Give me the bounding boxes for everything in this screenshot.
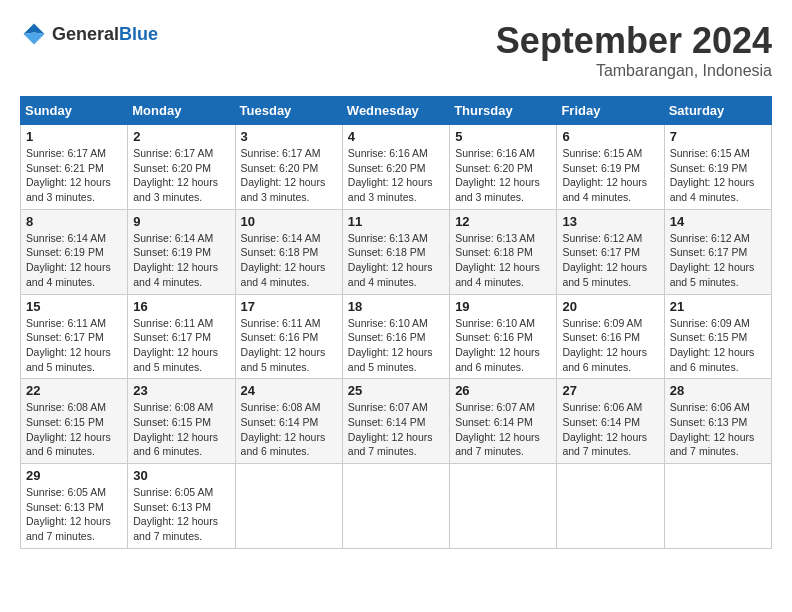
calendar-day-cell: 11 Sunrise: 6:13 AM Sunset: 6:18 PM Dayl… [342, 209, 449, 294]
calendar-day-cell: 14 Sunrise: 6:12 AM Sunset: 6:17 PM Dayl… [664, 209, 771, 294]
day-number: 13 [562, 214, 658, 229]
calendar-day-cell: 29 Sunrise: 6:05 AM Sunset: 6:13 PM Dayl… [21, 464, 128, 549]
day-number: 25 [348, 383, 444, 398]
calendar-empty-cell [664, 464, 771, 549]
day-info: Sunrise: 6:13 AM Sunset: 6:18 PM Dayligh… [455, 231, 551, 290]
day-number: 11 [348, 214, 444, 229]
day-info: Sunrise: 6:15 AM Sunset: 6:19 PM Dayligh… [562, 146, 658, 205]
calendar-day-cell: 20 Sunrise: 6:09 AM Sunset: 6:16 PM Dayl… [557, 294, 664, 379]
weekday-header: Tuesday [235, 97, 342, 125]
calendar-day-cell: 8 Sunrise: 6:14 AM Sunset: 6:19 PM Dayli… [21, 209, 128, 294]
svg-marker-0 [24, 24, 45, 35]
calendar-day-cell: 17 Sunrise: 6:11 AM Sunset: 6:16 PM Dayl… [235, 294, 342, 379]
day-number: 6 [562, 129, 658, 144]
day-info: Sunrise: 6:09 AM Sunset: 6:15 PM Dayligh… [670, 316, 766, 375]
calendar-day-cell: 22 Sunrise: 6:08 AM Sunset: 6:15 PM Dayl… [21, 379, 128, 464]
calendar-day-cell: 6 Sunrise: 6:15 AM Sunset: 6:19 PM Dayli… [557, 125, 664, 210]
day-info: Sunrise: 6:10 AM Sunset: 6:16 PM Dayligh… [348, 316, 444, 375]
day-info: Sunrise: 6:08 AM Sunset: 6:15 PM Dayligh… [133, 400, 229, 459]
logo: GeneralBlue [20, 20, 158, 48]
calendar-empty-cell [235, 464, 342, 549]
day-info: Sunrise: 6:12 AM Sunset: 6:17 PM Dayligh… [562, 231, 658, 290]
calendar-day-cell: 19 Sunrise: 6:10 AM Sunset: 6:16 PM Dayl… [450, 294, 557, 379]
calendar-day-cell: 7 Sunrise: 6:15 AM Sunset: 6:19 PM Dayli… [664, 125, 771, 210]
day-info: Sunrise: 6:16 AM Sunset: 6:20 PM Dayligh… [348, 146, 444, 205]
calendar-week-row: 22 Sunrise: 6:08 AM Sunset: 6:15 PM Dayl… [21, 379, 772, 464]
day-number: 27 [562, 383, 658, 398]
day-info: Sunrise: 6:14 AM Sunset: 6:18 PM Dayligh… [241, 231, 337, 290]
day-number: 19 [455, 299, 551, 314]
day-number: 3 [241, 129, 337, 144]
day-info: Sunrise: 6:05 AM Sunset: 6:13 PM Dayligh… [133, 485, 229, 544]
day-number: 2 [133, 129, 229, 144]
calendar-day-cell: 28 Sunrise: 6:06 AM Sunset: 6:13 PM Dayl… [664, 379, 771, 464]
day-info: Sunrise: 6:13 AM Sunset: 6:18 PM Dayligh… [348, 231, 444, 290]
weekday-header: Thursday [450, 97, 557, 125]
calendar-day-cell: 12 Sunrise: 6:13 AM Sunset: 6:18 PM Dayl… [450, 209, 557, 294]
weekday-header: Friday [557, 97, 664, 125]
calendar-day-cell: 10 Sunrise: 6:14 AM Sunset: 6:18 PM Dayl… [235, 209, 342, 294]
day-info: Sunrise: 6:08 AM Sunset: 6:15 PM Dayligh… [26, 400, 122, 459]
day-info: Sunrise: 6:08 AM Sunset: 6:14 PM Dayligh… [241, 400, 337, 459]
weekday-header: Sunday [21, 97, 128, 125]
calendar-day-cell: 2 Sunrise: 6:17 AM Sunset: 6:20 PM Dayli… [128, 125, 235, 210]
day-info: Sunrise: 6:16 AM Sunset: 6:20 PM Dayligh… [455, 146, 551, 205]
day-info: Sunrise: 6:11 AM Sunset: 6:16 PM Dayligh… [241, 316, 337, 375]
day-info: Sunrise: 6:10 AM Sunset: 6:16 PM Dayligh… [455, 316, 551, 375]
calendar-day-cell: 5 Sunrise: 6:16 AM Sunset: 6:20 PM Dayli… [450, 125, 557, 210]
weekday-header: Monday [128, 97, 235, 125]
day-info: Sunrise: 6:17 AM Sunset: 6:20 PM Dayligh… [133, 146, 229, 205]
day-info: Sunrise: 6:06 AM Sunset: 6:14 PM Dayligh… [562, 400, 658, 459]
day-number: 24 [241, 383, 337, 398]
calendar-day-cell: 26 Sunrise: 6:07 AM Sunset: 6:14 PM Dayl… [450, 379, 557, 464]
calendar-week-row: 15 Sunrise: 6:11 AM Sunset: 6:17 PM Dayl… [21, 294, 772, 379]
day-info: Sunrise: 6:09 AM Sunset: 6:16 PM Dayligh… [562, 316, 658, 375]
day-number: 15 [26, 299, 122, 314]
location: Tambarangan, Indonesia [496, 62, 772, 80]
calendar-day-cell: 18 Sunrise: 6:10 AM Sunset: 6:16 PM Dayl… [342, 294, 449, 379]
svg-marker-1 [24, 33, 45, 45]
day-number: 4 [348, 129, 444, 144]
day-number: 30 [133, 468, 229, 483]
title-section: September 2024 Tambarangan, Indonesia [496, 20, 772, 80]
calendar-day-cell: 21 Sunrise: 6:09 AM Sunset: 6:15 PM Dayl… [664, 294, 771, 379]
calendar-day-cell: 25 Sunrise: 6:07 AM Sunset: 6:14 PM Dayl… [342, 379, 449, 464]
calendar-week-row: 1 Sunrise: 6:17 AM Sunset: 6:21 PM Dayli… [21, 125, 772, 210]
day-info: Sunrise: 6:07 AM Sunset: 6:14 PM Dayligh… [348, 400, 444, 459]
day-info: Sunrise: 6:17 AM Sunset: 6:21 PM Dayligh… [26, 146, 122, 205]
day-number: 10 [241, 214, 337, 229]
month-title: September 2024 [496, 20, 772, 62]
day-info: Sunrise: 6:14 AM Sunset: 6:19 PM Dayligh… [26, 231, 122, 290]
day-number: 16 [133, 299, 229, 314]
calendar-day-cell: 30 Sunrise: 6:05 AM Sunset: 6:13 PM Dayl… [128, 464, 235, 549]
calendar-table: SundayMondayTuesdayWednesdayThursdayFrid… [20, 96, 772, 549]
calendar-week-row: 29 Sunrise: 6:05 AM Sunset: 6:13 PM Dayl… [21, 464, 772, 549]
calendar-empty-cell [557, 464, 664, 549]
logo-icon [20, 20, 48, 48]
day-number: 23 [133, 383, 229, 398]
weekday-header: Saturday [664, 97, 771, 125]
day-info: Sunrise: 6:14 AM Sunset: 6:19 PM Dayligh… [133, 231, 229, 290]
calendar-day-cell: 13 Sunrise: 6:12 AM Sunset: 6:17 PM Dayl… [557, 209, 664, 294]
day-number: 26 [455, 383, 551, 398]
day-info: Sunrise: 6:11 AM Sunset: 6:17 PM Dayligh… [26, 316, 122, 375]
calendar-day-cell: 23 Sunrise: 6:08 AM Sunset: 6:15 PM Dayl… [128, 379, 235, 464]
day-number: 28 [670, 383, 766, 398]
day-info: Sunrise: 6:11 AM Sunset: 6:17 PM Dayligh… [133, 316, 229, 375]
day-number: 18 [348, 299, 444, 314]
calendar-day-cell: 9 Sunrise: 6:14 AM Sunset: 6:19 PM Dayli… [128, 209, 235, 294]
calendar-day-cell: 27 Sunrise: 6:06 AM Sunset: 6:14 PM Dayl… [557, 379, 664, 464]
day-number: 21 [670, 299, 766, 314]
day-number: 8 [26, 214, 122, 229]
day-info: Sunrise: 6:06 AM Sunset: 6:13 PM Dayligh… [670, 400, 766, 459]
day-number: 22 [26, 383, 122, 398]
calendar-day-cell: 15 Sunrise: 6:11 AM Sunset: 6:17 PM Dayl… [21, 294, 128, 379]
calendar-empty-cell [342, 464, 449, 549]
day-info: Sunrise: 6:05 AM Sunset: 6:13 PM Dayligh… [26, 485, 122, 544]
day-number: 7 [670, 129, 766, 144]
day-number: 5 [455, 129, 551, 144]
day-number: 1 [26, 129, 122, 144]
page-header: GeneralBlue September 2024 Tambarangan, … [20, 20, 772, 80]
day-number: 29 [26, 468, 122, 483]
day-number: 20 [562, 299, 658, 314]
